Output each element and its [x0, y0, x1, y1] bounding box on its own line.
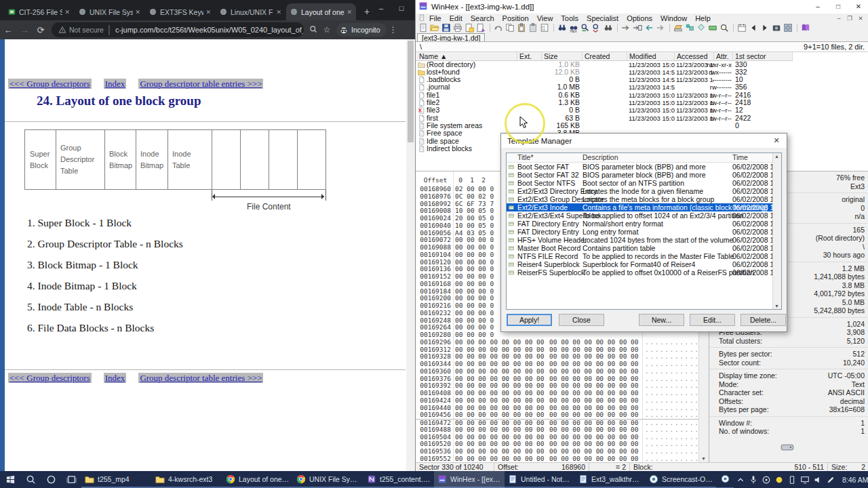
taskbar-button-8[interactable]: Ext3_walkthrough....	[575, 471, 646, 488]
hex-row[interactable]: 0016945600 00 00 00 00 00 00 0000 00 00 …	[416, 411, 698, 419]
dialog-close-icon[interactable]: ✕	[766, 136, 787, 145]
mdi-minimize-icon[interactable]: –	[833, 15, 844, 22]
next-file-icon[interactable]	[760, 23, 770, 33]
winhex-close-button[interactable]: ✕	[848, 0, 868, 14]
column-header-attr-[interactable]: Attr.	[714, 52, 733, 60]
clipboard-hex-icon[interactable]: 0110	[540, 23, 550, 33]
column-header-ext-[interactable]: Ext.	[517, 52, 542, 60]
clipboard-copy-icon[interactable]	[517, 23, 527, 33]
new-file-icon[interactable]	[418, 23, 429, 33]
replace-hex-icon[interactable]	[592, 23, 602, 33]
goto-arrow-icon[interactable]	[621, 23, 631, 33]
recording-dot-icon[interactable]	[772, 475, 785, 485]
browser-tab-1[interactable]: CIT-256 File S✕	[4, 3, 74, 20]
hex-row[interactable]: 0016929600 00 00 00 00 00 00 0000 00 00 …	[416, 339, 698, 346]
hex-row[interactable]: 0016942400 00 00 00 00 00 00 0000 00 00 …	[416, 397, 698, 405]
hex-row[interactable]: 0016936000 00 00 00 00 00 00 0000 00 00 …	[416, 368, 698, 375]
winhex-minimize-button[interactable]: –	[808, 0, 828, 14]
menu-options[interactable]: Options	[623, 14, 656, 22]
template-row[interactable]: Boot Sector FAT 32BIOS parameter block (…	[507, 171, 774, 179]
calendar-icon[interactable]	[737, 23, 747, 33]
taskbar-button-5[interactable]: t255_content.txt* -...	[363, 471, 434, 488]
mdi-restore-icon[interactable]: ❐	[844, 15, 855, 22]
edit-button[interactable]: Edit...	[690, 314, 735, 326]
save-disk-icon[interactable]	[441, 23, 452, 33]
column-header-size[interactable]: Size	[542, 52, 583, 60]
template-row[interactable]: FAT Directory EntryNormal/short entry fo…	[507, 220, 774, 228]
hex-row[interactable]: 0016955200 00 00 00 00 00 00 0000 00 00 …	[416, 455, 698, 463]
menu-window[interactable]: Window	[656, 14, 691, 22]
template-row[interactable]: Reiser4 SuperblockSuperblock for Format4…	[507, 260, 774, 268]
tab-close-icon[interactable]: ✕	[135, 9, 140, 16]
nav-link-2[interactable]: Index	[104, 79, 127, 89]
template-row[interactable]: Boot Sector FATBIOS parameter block (BPB…	[507, 163, 774, 171]
new-button[interactable]: New...	[639, 314, 684, 326]
browser-tab-5[interactable]: Layout of one✕	[286, 3, 356, 20]
find-again-icon[interactable]	[604, 23, 614, 33]
template-row[interactable]: Ext2/Ext3/Ext4 SuperblockTo be applied t…	[507, 211, 774, 220]
find-hex-icon[interactable]: HEX	[569, 23, 579, 33]
taskbar-button-6[interactable]: WinHex - [[ext3-i...	[434, 471, 505, 488]
column-header-modified[interactable]: Modified	[627, 52, 675, 60]
column-header-accessed[interactable]: Accessed	[675, 52, 714, 60]
magnify-icon[interactable]	[719, 23, 730, 33]
browser-tab-2[interactable]: UNIX File Sys✕	[75, 3, 144, 20]
tab-close-icon[interactable]: ✕	[276, 9, 281, 16]
menu-search[interactable]: Search	[467, 14, 498, 22]
menu-file[interactable]: File	[425, 14, 446, 22]
file-row[interactable]: file30 B11/23/2003 15:06:2811/23/2003 15…	[416, 106, 868, 114]
zoom-icon[interactable]	[307, 25, 320, 35]
template-row[interactable]: Ext2/Ext3 InodeContains a file's meta in…	[507, 203, 774, 211]
tab-close-icon[interactable]: ✕	[205, 9, 211, 16]
apply-button[interactable]: Apply!	[507, 314, 552, 326]
move-back-icon[interactable]	[644, 23, 654, 33]
nav-link-1[interactable]: <<< Group descriptors	[8, 373, 92, 383]
open-folder-icon[interactable]	[430, 23, 440, 33]
file-row[interactable]: File system areas165 KB0	[416, 122, 868, 129]
template-row[interactable]: Boot Sector NTFSBoot sector of an NTFS p…	[507, 179, 774, 187]
file-row[interactable]: first63 B11/23/2003 15:04:3611/23/2003 1…	[416, 115, 868, 122]
ram-icon[interactable]	[708, 23, 718, 33]
browser-tab-3[interactable]: EXT3FS Keyw✕	[145, 3, 215, 20]
edit-wizard-icon[interactable]	[476, 23, 486, 33]
mdi-close-icon[interactable]: ✕	[855, 15, 866, 22]
template-row[interactable]: Ext2/Ext3 Directory EntryLocates the Ino…	[507, 187, 774, 195]
taskbar-button-2[interactable]: 4-kwsrch-ext3	[152, 471, 222, 488]
nav-link-2[interactable]: Index	[104, 373, 127, 383]
volume-icon[interactable]	[811, 475, 824, 485]
taskbar-button-3[interactable]: Layout of one bloc...	[222, 471, 293, 488]
clipboard-gray-icon[interactable]	[528, 23, 538, 33]
file-row[interactable]: .journal1.0 MB11/23/2003 14:54:17rw-----…	[416, 83, 868, 91]
url-field[interactable]: Not secure | c-jump.com/bcc/t256t/Week05…	[52, 22, 304, 37]
page-scrollbar-thumb[interactable]	[408, 41, 414, 142]
taskbar-button-4[interactable]: UNIX File System ...	[293, 471, 363, 488]
recording-indicator-button[interactable]	[716, 470, 734, 488]
menu-help[interactable]: Help	[691, 14, 715, 22]
nav-link-3[interactable]: Group descriptor table entries >>>	[138, 79, 263, 89]
taskbar-search-button[interactable]	[20, 471, 41, 488]
menu-tools[interactable]: Tools	[557, 14, 583, 22]
taskbar-clock[interactable]: 8:46 AM	[842, 476, 868, 484]
grid-view-icon[interactable]	[783, 23, 793, 33]
close-button[interactable]: Close	[559, 314, 604, 326]
file-row[interactable]: .badblocks0 B11/23/2003 14:54:1611/23/20…	[416, 76, 868, 83]
print-icon[interactable]	[453, 23, 463, 33]
wipe-icon[interactable]	[696, 23, 707, 33]
pen-icon[interactable]	[824, 475, 837, 485]
menu-edit[interactable]: Edit	[446, 14, 467, 22]
interpreter-icon[interactable]	[685, 23, 695, 33]
prev-file-icon[interactable]	[749, 23, 759, 33]
task-view-button[interactable]	[61, 471, 81, 488]
undo-icon[interactable]	[494, 23, 504, 33]
screencast-icon[interactable]	[760, 475, 772, 485]
file-properties-icon[interactable]	[465, 23, 475, 33]
browser-tab-4[interactable]: Linux/UNIX F✕	[216, 3, 285, 20]
menu-specialist[interactable]: Specialist	[583, 14, 623, 22]
template-list-scrollbar[interactable]: ▲▼	[772, 153, 781, 309]
browser-maximize-button[interactable]: □	[392, 0, 411, 18]
scroll-down-icon[interactable]: ▼	[699, 456, 708, 461]
file-row[interactable]: file10.6 KB11/23/2003 15:03:5411/23/2003…	[416, 92, 868, 99]
taskbar-button-9[interactable]: Screencast-O-Mati...	[646, 471, 716, 488]
template-row[interactable]: FAT Directory EntryLong entry format06/0…	[507, 228, 774, 236]
template-list[interactable]: Title*DescriptionTimeBoot Sector FATBIOS…	[506, 152, 782, 310]
